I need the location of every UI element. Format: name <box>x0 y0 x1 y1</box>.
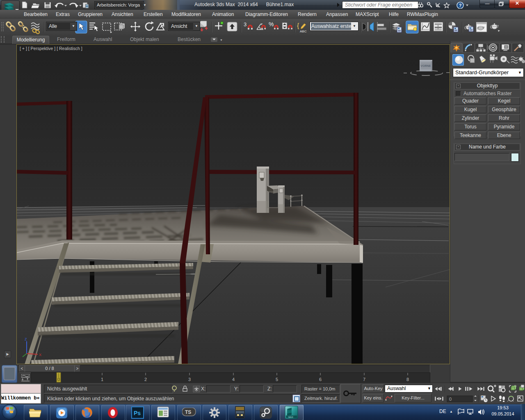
svg-text:4: 4 <box>232 377 235 382</box>
svg-text:2: 2 <box>144 377 147 382</box>
svg-text:MAX: MAX <box>288 416 293 418</box>
svg-text:{: { <box>297 22 299 29</box>
svg-text:8: 8 <box>406 377 409 382</box>
svg-text:3: 3 <box>188 377 191 382</box>
svg-text:0: 0 <box>57 377 60 382</box>
svg-text:X: X <box>39 353 41 357</box>
svg-text:3: 3 <box>244 21 247 27</box>
svg-text:Z: Z <box>25 337 27 341</box>
svg-text:TS: TS <box>185 409 191 415</box>
svg-text:?: ? <box>459 3 462 8</box>
svg-text:0: 0 <box>449 397 452 402</box>
svg-text:VORNE: VORNE <box>421 64 431 67</box>
svg-text:Ps: Ps <box>134 410 141 416</box>
svg-text:[ + ] [ Perspektive ] [ Realis: [ + ] [ Perspektive ] [ Realistisch ] <box>20 46 82 51</box>
svg-text:6: 6 <box>319 377 322 382</box>
svg-text:5: 5 <box>276 377 278 382</box>
svg-text:ABC: ABC <box>300 30 307 33</box>
svg-text:7: 7 <box>363 377 365 382</box>
svg-text:1: 1 <box>101 377 103 382</box>
svg-text:%: % <box>269 21 274 27</box>
